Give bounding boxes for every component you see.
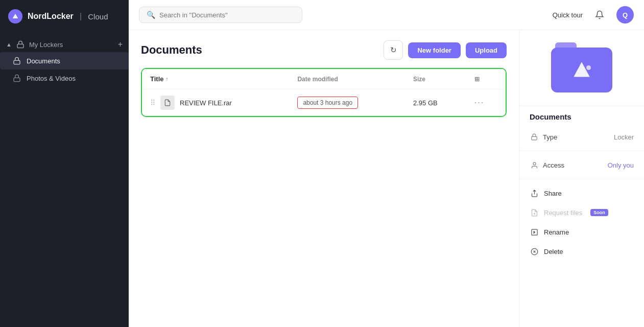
col-title[interactable]: Title ↑ (142, 69, 289, 89)
sidebar-item-photos-label: Photos & Videos (27, 75, 76, 82)
my-lockers-header[interactable]: ▲ My Lockers + (0, 37, 129, 52)
file-table: Title ↑ Date modified Size ⊞ (142, 69, 506, 116)
search-icon: 🔍 (147, 11, 155, 19)
file-name: REVIEW FILE.rar (180, 99, 232, 107)
col-view-toggle[interactable]: ⊞ (466, 69, 506, 89)
panel-folder-name: Documents (519, 106, 644, 123)
file-date: about 3 hours ago (297, 97, 358, 109)
file-size-cell: 2.95 GB (405, 89, 466, 116)
new-folder-button[interactable]: New folder (408, 42, 460, 58)
sidebar-item-documents[interactable]: Documents (0, 52, 129, 69)
access-icon (530, 160, 539, 170)
type-label: Type (530, 132, 557, 142)
sort-arrow: ↑ (166, 76, 169, 82)
file-date-cell: about 3 hours ago (289, 89, 405, 116)
access-value-link[interactable]: Only you (608, 161, 634, 169)
sidebar-logo: NordLocker | Cloud (0, 0, 129, 33)
panel-access-section: Access Only you (519, 151, 644, 179)
nordlocker-logo-icon (8, 9, 22, 24)
locker-icon (16, 40, 25, 49)
svg-point-5 (533, 162, 536, 165)
cloud-label: Cloud (88, 12, 108, 21)
upload-button[interactable]: Upload (466, 42, 507, 58)
notifications-bell[interactable] (591, 6, 608, 24)
my-lockers-label: My Lockers (29, 41, 63, 49)
share-label: Share (544, 190, 562, 197)
my-lockers-section: ▲ My Lockers + Documents Photos & Videos (0, 33, 129, 91)
svg-rect-4 (532, 136, 537, 139)
content-area: Documents ↻ New folder Upload Title (129, 30, 644, 327)
quick-tour-button[interactable]: Quick tour (553, 11, 583, 19)
svg-point-3 (586, 65, 591, 70)
folder-mountain-icon (568, 56, 595, 84)
file-more-button[interactable]: ··· (474, 98, 484, 107)
request-files-action: Request files Soon (530, 203, 634, 222)
file-type-icon (160, 96, 175, 110)
sidebar: NordLocker | Cloud ▲ My Lockers + Docume… (0, 0, 129, 327)
table-header-row: Title ↑ Date modified Size ⊞ (142, 69, 506, 89)
type-value: Locker (614, 133, 634, 141)
rename-icon (530, 227, 539, 237)
user-avatar[interactable]: Q (616, 6, 634, 24)
file-table-wrapper: Title ↑ Date modified Size ⊞ (141, 68, 507, 117)
sidebar-item-photos-videos[interactable]: Photos & Videos (0, 69, 129, 87)
request-files-label: Request files (544, 209, 582, 217)
delete-icon (530, 247, 539, 256)
refresh-button[interactable]: ↻ (384, 40, 403, 60)
type-icon (530, 132, 539, 142)
panel-type-section: Type Locker (519, 123, 644, 151)
grid-view-icon: ⊞ (474, 76, 480, 83)
logo-divider: | (80, 12, 82, 21)
search-box[interactable]: 🔍 (139, 7, 302, 23)
delete-action[interactable]: Delete (530, 242, 634, 261)
drag-handle-icon[interactable]: ⠿ (150, 99, 155, 107)
access-label: Access (530, 160, 564, 170)
topbar: 🔍 Quick tour Q (129, 0, 644, 30)
main-area: 🔍 Quick tour Q Documents ↻ New folder Up… (129, 0, 644, 327)
request-files-icon (530, 208, 539, 217)
collapse-chevron: ▲ (6, 41, 12, 48)
photos-icon (12, 74, 21, 83)
search-input[interactable] (159, 11, 295, 19)
app-name: NordLocker (28, 12, 74, 21)
file-actions-cell: ··· (466, 89, 506, 116)
svg-rect-0 (17, 44, 23, 48)
documents-icon (12, 56, 21, 65)
header-actions: ↻ New folder Upload (384, 40, 507, 60)
panel-actions: Share Request files Soon Rename (519, 179, 644, 265)
add-locker-button[interactable]: + (118, 40, 123, 49)
rename-action[interactable]: Rename (530, 222, 634, 242)
my-lockers-left: ▲ My Lockers (6, 40, 63, 49)
col-date-modified[interactable]: Date modified (289, 69, 405, 89)
rename-label: Rename (544, 228, 569, 236)
sidebar-item-documents-label: Documents (27, 57, 60, 65)
panel-type-row: Type Locker (530, 128, 634, 146)
table-row: ⠿ REVIEW FILE.rar about 3 hours ago (142, 89, 506, 116)
share-icon (530, 189, 539, 198)
folder-preview (519, 30, 644, 106)
svg-rect-2 (14, 78, 20, 81)
svg-rect-1 (14, 60, 20, 64)
panel-access-row: Access Only you (530, 156, 634, 174)
title-sort: Title ↑ (150, 75, 169, 83)
file-area-header: Documents ↻ New folder Upload (141, 40, 507, 60)
folder-body (551, 48, 612, 92)
col-size[interactable]: Size (405, 69, 466, 89)
delete-label: Delete (544, 248, 563, 255)
mountain-logo-svg (11, 12, 19, 20)
soon-badge: Soon (590, 209, 608, 216)
file-name-wrapper: ⠿ REVIEW FILE.rar (150, 96, 281, 110)
file-area: Documents ↻ New folder Upload Title (129, 30, 519, 327)
share-action[interactable]: Share (530, 183, 634, 203)
right-panel: Documents Type Locker (519, 30, 644, 327)
page-title: Documents (141, 43, 202, 57)
folder-icon-container (551, 42, 612, 94)
file-name-cell: ⠿ REVIEW FILE.rar (142, 89, 289, 116)
